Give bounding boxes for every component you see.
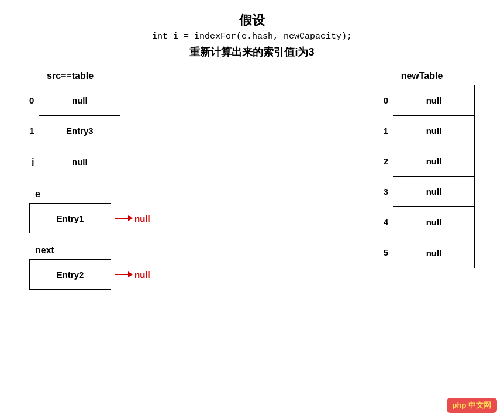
src-table-indices: 0 1 j	[29, 85, 34, 176]
src-table-container: 0 1 j null Entry3 null	[29, 85, 120, 177]
entry-e-label: e	[35, 189, 40, 199]
entry-e-wrapper: e Entry1 null	[29, 189, 150, 233]
entry-next-row: Entry2 null	[29, 259, 150, 290]
header-title: 假设	[12, 12, 492, 29]
entry-e-value: Entry1	[57, 214, 84, 223]
php-badge: php 中文网	[447, 398, 497, 413]
new-index-5: 5	[384, 237, 388, 267]
new-cell-1: null	[393, 116, 474, 146]
src-table-box: null Entry3 null	[39, 85, 120, 177]
entry-e-row: Entry1 null	[29, 203, 150, 233]
left-section: src==table 0 1 j null Entry3 null e	[29, 71, 150, 290]
new-table-box: null null null null null null	[393, 85, 475, 268]
entry-next-wrapper: next Entry2 null	[29, 245, 150, 290]
entry-next-null: null	[134, 270, 150, 280]
header-section: 假设 int i = indexFor(e.hash, newCapacity)…	[12, 12, 492, 59]
src-index-0: 0	[29, 85, 34, 115]
entry-e-arrow-line	[115, 218, 132, 219]
src-table-wrapper: src==table 0 1 j null Entry3 null	[29, 71, 120, 177]
new-cell-4: null	[393, 207, 474, 237]
new-cell-2: null	[393, 146, 474, 177]
entry-e-arrow: null	[115, 214, 150, 223]
new-cell-0: null	[393, 85, 474, 116]
header-subtitle: 重新计算出来的索引值i为3	[12, 45, 492, 59]
src-cell-1: Entry3	[39, 116, 120, 146]
new-index-2: 2	[384, 146, 388, 176]
page: 假设 int i = indexFor(e.hash, newCapacity)…	[0, 0, 504, 420]
entry-e-null: null	[134, 214, 150, 223]
src-cell-0: null	[39, 85, 120, 116]
new-index-3: 3	[384, 176, 388, 206]
diagram-area: src==table 0 1 j null Entry3 null e	[12, 71, 492, 290]
entry-next-arrow: null	[115, 270, 150, 280]
entry-next-value: Entry2	[57, 270, 84, 280]
php-badge-text: php	[453, 401, 467, 409]
new-index-0: 0	[384, 85, 388, 115]
entry-next-label: next	[35, 245, 54, 256]
php-badge-suffix: 中文网	[468, 401, 491, 409]
src-cell-j: null	[39, 146, 120, 177]
src-index-1: 1	[29, 115, 34, 146]
new-table-label: newTable	[401, 71, 443, 81]
new-index-4: 4	[384, 206, 388, 237]
new-cell-5: null	[393, 237, 474, 268]
src-index-j: j	[29, 146, 34, 176]
new-index-1: 1	[384, 115, 388, 146]
entry-next-box: Entry2	[29, 259, 111, 290]
new-table-wrapper: newTable 0 1 2 3 4 5 null null null null…	[384, 71, 475, 290]
new-table-indices: 0 1 2 3 4 5	[384, 85, 388, 267]
new-table-container: 0 1 2 3 4 5 null null null null null nul…	[384, 85, 475, 268]
src-table-label: src==table	[47, 71, 120, 81]
header-code: int i = indexFor(e.hash, newCapacity);	[12, 32, 492, 42]
new-cell-3: null	[393, 177, 474, 207]
entry-next-arrow-line	[115, 274, 132, 275]
entry-e-box: Entry1	[29, 203, 111, 233]
